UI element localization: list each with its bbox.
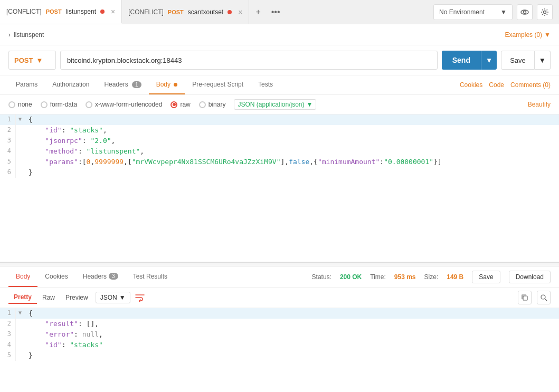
resp-line-num-1: 1 (0, 308, 16, 319)
req-fold-4 (16, 146, 24, 157)
fmt-tab-preview[interactable]: Preview (60, 292, 93, 303)
option-formdata[interactable]: form-data (41, 101, 77, 108)
response-code-editor[interactable]: 1 ▼ { 2 "result": [], 3 "error": null, 4… (0, 308, 559, 392)
headers-label: Headers (104, 81, 128, 88)
formdata-label: form-data (50, 101, 77, 108)
beautify-button[interactable]: Beautify (528, 101, 551, 108)
tab-scantxoutset[interactable]: [CONFLICT] POST scantxoutset × (122, 0, 249, 24)
option-none[interactable]: none (8, 101, 32, 108)
save-button-group: Save ▼ (501, 51, 551, 70)
req-line-6: 6 } (0, 167, 559, 178)
resp-line-num-4: 4 (0, 340, 16, 350)
req-line-num-1: 1 (0, 114, 16, 125)
resp-tab-testresults[interactable]: Test Results (126, 266, 175, 287)
send-button[interactable]: Send (442, 51, 481, 70)
response-right-area: Status: 200 OK Time: 953 ms Size: 149 B … (312, 271, 551, 283)
save-dropdown-button[interactable]: ▼ (535, 51, 551, 70)
binary-label: binary (209, 101, 226, 108)
save-button[interactable]: Save (501, 51, 535, 70)
copy-icon (521, 294, 528, 301)
none-label: none (18, 101, 32, 108)
req-fold-5 (16, 157, 24, 167)
response-format-selector[interactable]: JSON ▼ (96, 292, 130, 303)
tab-tests[interactable]: Tests (251, 75, 280, 94)
radio-urlencoded-icon (86, 101, 92, 108)
req-fold-6 (16, 167, 24, 178)
more-tabs-button[interactable]: ••• (267, 0, 285, 24)
req-line-num-5: 5 (0, 157, 16, 167)
method-label: POST (14, 56, 33, 64)
req-line-content-3: "jsonrpc": "2.0", (24, 136, 559, 146)
request-code-editor[interactable]: 1 ▼ { 2 "id": "stacks", 3 "jsonrpc": "2.… (0, 114, 559, 262)
svg-line-5 (545, 299, 547, 301)
tab1-method: POST (46, 8, 62, 15)
body-label: Body (156, 81, 170, 88)
tab-listunspent[interactable]: [CONFLICT] POST listunspent × (0, 0, 122, 24)
copy-button[interactable] (518, 291, 532, 304)
resp-line-content-2: "result": [], (24, 319, 559, 329)
response-save-button[interactable]: Save (472, 271, 500, 283)
resp-fold-1[interactable]: ▼ (16, 308, 24, 319)
search-button[interactable] (537, 291, 551, 304)
conflict-label-1: [CONFLICT] (6, 8, 42, 15)
conflict-label-2: [CONFLICT] (128, 8, 164, 16)
option-raw[interactable]: raw (170, 101, 190, 108)
tab-authorization[interactable]: Authorization (45, 75, 97, 94)
settings-icon-button[interactable] (537, 4, 553, 20)
tab1-close[interactable]: × (111, 7, 115, 16)
req-line-5: 5 "params":[0,9999999,["mrVWcvpepr4Nx81S… (0, 157, 559, 167)
json-chevron-icon: ▼ (307, 101, 313, 108)
search-icon (540, 294, 547, 301)
format-chevron-icon: ▼ (119, 294, 126, 301)
tab-bar: [CONFLICT] POST listunspent × [CONFLICT]… (0, 0, 559, 24)
status-value: 200 OK (340, 273, 362, 281)
wrap-button[interactable] (135, 293, 145, 302)
code-link[interactable]: Code (489, 81, 504, 89)
resp-tab-body[interactable]: Body (8, 266, 37, 287)
new-tab-button[interactable]: + (249, 0, 267, 24)
tab-params[interactable]: Params (8, 75, 45, 94)
tab2-close[interactable]: × (238, 8, 242, 16)
request-body-editor[interactable]: 1 ▼ { 2 "id": "stacks", 3 "jsonrpc": "2.… (0, 114, 559, 262)
json-format-selector[interactable]: JSON (application/json) ▼ (234, 99, 316, 110)
option-binary[interactable]: binary (199, 101, 226, 108)
req-line-content-4: "method": "listunspent", (24, 146, 559, 157)
fmt-tab-pretty[interactable]: Pretty (8, 291, 37, 304)
size-label: Size: (424, 273, 439, 281)
comments-link[interactable]: Comments (0) (510, 81, 551, 89)
req-line-num-4: 4 (0, 146, 16, 157)
req-line-num-6: 6 (0, 167, 16, 178)
environment-selector[interactable]: No Environment ▼ (433, 4, 513, 20)
resp-tab-cookies[interactable]: Cookies (37, 266, 75, 287)
tab-body[interactable]: Body (149, 75, 185, 94)
svg-point-2 (544, 11, 546, 13)
examples-link[interactable]: Examples (0) ▼ (505, 31, 551, 39)
eye-icon (520, 8, 529, 16)
resp-tab-headers[interactable]: Headers 3 (75, 266, 126, 287)
req-fold-1[interactable]: ▼ (16, 114, 24, 125)
resp-line-5: 5 } (0, 350, 559, 361)
format-label: JSON (100, 294, 117, 301)
send-dropdown-button[interactable]: ▼ (481, 51, 497, 70)
response-download-button[interactable]: Download (509, 271, 551, 283)
resp-line-num-3: 3 (0, 329, 16, 340)
req-line-content-6: } (24, 167, 559, 178)
eye-icon-button[interactable] (517, 4, 533, 20)
method-selector[interactable]: POST ▼ (8, 51, 56, 70)
req-line-3: 3 "jsonrpc": "2.0", (0, 136, 559, 146)
url-input[interactable] (60, 51, 438, 70)
resp-fold-5 (16, 350, 24, 361)
resp-headers-badge: 3 (109, 273, 118, 280)
body-options-bar: none form-data x-www-form-urlencoded raw… (0, 95, 559, 114)
tab-headers[interactable]: Headers 1 (97, 75, 148, 94)
fmt-tab-raw[interactable]: Raw (37, 292, 60, 303)
response-body-toolbar: Pretty Raw Preview JSON ▼ (0, 288, 559, 308)
cookies-link[interactable]: Cookies (460, 81, 482, 89)
tab-prerequest[interactable]: Pre-request Script (185, 75, 251, 94)
req-line-num-2: 2 (0, 125, 16, 136)
req-fold-2 (16, 125, 24, 136)
resp-line-content-4: "id": "stacks" (24, 340, 559, 350)
option-urlencoded[interactable]: x-www-form-urlencoded (86, 101, 162, 108)
gear-icon (541, 8, 549, 16)
req-line-content-5: "params":[0,9999999,["mrVWcvpepr4Nx81SSC… (24, 157, 559, 167)
